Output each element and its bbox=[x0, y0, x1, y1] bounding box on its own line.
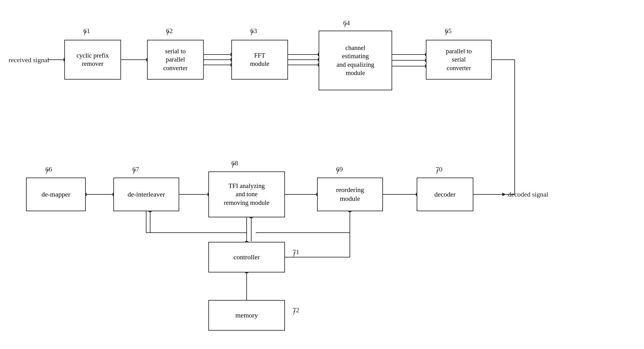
block-controller: controller bbox=[208, 242, 285, 272]
block-reordering-module: reorderingmodule bbox=[317, 178, 383, 211]
ref-63: 63 bbox=[250, 27, 257, 35]
ref-69: 69 bbox=[336, 165, 343, 173]
svg-marker-35 bbox=[502, 193, 506, 196]
diagram: 61 62 63 64 65 66 67 68 69 70 71 72 rece… bbox=[0, 0, 644, 349]
ref-68: 68 bbox=[231, 159, 238, 167]
block-tfi-analyzing: TFI analyzingand toneremoving module bbox=[208, 171, 285, 217]
received-signal-label: received signal bbox=[9, 56, 49, 64]
ref-66: 66 bbox=[45, 165, 52, 173]
block-parallel-to-serial: parallel toserialconverter bbox=[426, 40, 492, 80]
ref-64: 64 bbox=[343, 19, 350, 27]
block-de-mapper: de-mapper bbox=[26, 178, 86, 211]
block-serial-to-parallel: serial toparallelconverter bbox=[147, 40, 204, 80]
ref-62: 62 bbox=[166, 27, 173, 35]
ref-70: 70 bbox=[436, 165, 442, 173]
ref-67: 67 bbox=[132, 165, 139, 173]
block-fft-module: FFTmodule bbox=[231, 40, 288, 80]
block-channel-estimating: channelestimatingand equalizingmodule bbox=[319, 31, 392, 90]
block-de-interleaver: de-interleaver bbox=[113, 178, 179, 211]
decoded-signal-label: decoded signal bbox=[508, 190, 548, 198]
ref-65: 65 bbox=[445, 27, 452, 35]
ref-72: 72 bbox=[293, 306, 299, 314]
ref-71: 71 bbox=[293, 248, 299, 256]
block-decoder: decoder bbox=[417, 178, 473, 211]
block-memory: memory bbox=[208, 300, 285, 331]
ref-61: 61 bbox=[83, 27, 90, 35]
block-cyclic-prefix-remover: cyclic prefixremover bbox=[64, 40, 121, 80]
